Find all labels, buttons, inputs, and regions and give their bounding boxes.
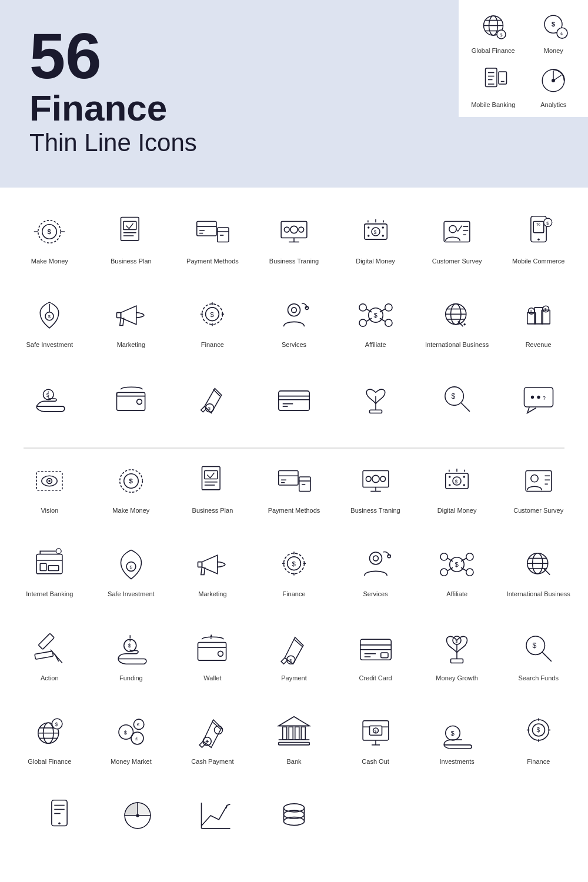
svg-text:$: $ [129, 478, 133, 485]
icon-revenue-1-label: Revenue [526, 340, 552, 349]
icon-money-market-label: Money Market [111, 757, 152, 766]
svg-text:$: $ [374, 729, 376, 733]
icon-affiliate-1-label: Affiliate [365, 340, 386, 349]
svg-text:$: $ [544, 308, 546, 312]
svg-text:$: $ [289, 659, 292, 663]
svg-rect-105 [116, 393, 145, 411]
svg-text:£: £ [135, 736, 138, 741]
icon-hand-coin: $ [12, 372, 88, 430]
svg-rect-66 [116, 313, 121, 318]
icon-money-market: $ £ € Money Market [93, 706, 169, 771]
svg-point-82 [359, 319, 366, 326]
icon-customer-survey-2-label: Customer Survey [513, 506, 563, 514]
icon-business-plan-2: Business Plan [175, 455, 250, 520]
svg-rect-241 [283, 727, 287, 740]
svg-point-83 [385, 319, 392, 326]
icons-section: $ Make Money Business Plan [0, 188, 588, 877]
svg-text:$: $ [373, 229, 376, 235]
svg-point-93 [464, 323, 466, 326]
icon-row-4: Vision $ Make Money Business Plan [12, 455, 576, 520]
icon-finance-2-label: Finance [282, 590, 305, 598]
preview-money-label: Money [544, 47, 563, 54]
icon-growth-bottom [180, 789, 252, 847]
icon-money-growth-label: Money Growth [436, 674, 478, 682]
svg-point-142 [372, 476, 379, 483]
svg-rect-36 [281, 221, 307, 238]
svg-rect-246 [279, 743, 310, 745]
svg-point-75 [292, 308, 297, 313]
icon-action-label: Action [41, 674, 59, 682]
svg-point-38 [284, 227, 289, 232]
svg-point-182 [440, 553, 447, 560]
svg-rect-244 [301, 727, 305, 740]
svg-point-185 [466, 569, 473, 576]
svg-text:$: $ [455, 562, 459, 569]
icon-customer-survey-2: Customer Survey [500, 455, 576, 520]
svg-point-81 [385, 304, 392, 311]
icon-vision-label: Vision [41, 506, 58, 514]
icon-services-1-label: Services [282, 340, 306, 349]
svg-rect-165 [49, 566, 59, 571]
svg-text:$: $ [124, 729, 128, 736]
svg-point-120 [531, 396, 534, 399]
svg-point-21 [552, 79, 555, 82]
icon-plant-growth [338, 372, 413, 430]
icon-affiliate-1: $ Affiliate [338, 289, 413, 355]
preview-mobile-banking-label: Mobile Banking [471, 101, 515, 108]
icon-customer-survey-1-label: Customer Survey [432, 257, 482, 265]
svg-point-184 [440, 569, 447, 576]
icon-mobile-bottom [24, 789, 96, 847]
icon-wallet-label: Wallet [203, 674, 221, 682]
svg-text:$: $ [451, 730, 455, 737]
svg-point-183 [466, 553, 473, 560]
svg-point-143 [366, 476, 371, 482]
preview-analytics-label: Analytics [540, 101, 566, 108]
svg-text:$: $ [456, 639, 458, 643]
svg-rect-138 [299, 477, 310, 492]
preview-mobile-banking: Mobile Banking [467, 63, 519, 108]
preview-global-finance-label: Global Finance [472, 47, 515, 54]
preview-icons-panel: $ Global Finance $ ¢ Money [459, 0, 588, 117]
icon-money-growth: $ Money Growth [419, 622, 495, 688]
icon-investments-label: Investments [439, 757, 474, 766]
icon-make-money-1-label: Make Money [31, 257, 68, 265]
icon-services-1: ... Services [256, 289, 332, 355]
svg-text:$: $ [48, 228, 52, 235]
svg-text:$: $ [211, 311, 215, 318]
svg-point-74 [288, 304, 300, 316]
icon-make-money-2-label: Make Money [112, 506, 149, 514]
icon-funding-label: Funding [119, 674, 143, 682]
svg-line-272 [226, 806, 228, 808]
icon-finance-1: $ Finance [175, 289, 250, 355]
icon-revenue-1: $ $ Revenue [500, 289, 576, 355]
svg-point-151 [463, 476, 466, 478]
icon-make-money-1: $ Make Money [12, 205, 88, 271]
svg-rect-157 [526, 471, 552, 492]
icon-make-money-2: $ Make Money [93, 455, 169, 520]
preview-analytics: Analytics [528, 63, 580, 108]
svg-rect-195 [38, 633, 54, 649]
icon-row-5: Internet Banking $ Safe Investment Marke… [12, 538, 576, 604]
icon-digital-money-1-label: Digital Money [356, 257, 395, 265]
svg-text:$: $ [208, 406, 211, 410]
icon-coins-bottom [258, 789, 330, 847]
svg-rect-110 [279, 391, 310, 410]
svg-point-53 [449, 225, 456, 232]
svg-text:$: $ [546, 220, 549, 225]
icon-intl-business-1-label: International Business [425, 340, 489, 349]
bottom-partial-row [12, 789, 576, 858]
icon-safe-investment-2-label: Safe Investment [108, 590, 155, 598]
icon-payment-methods-2-label: Payment Methods [268, 506, 320, 514]
svg-text:$: $ [373, 312, 377, 319]
icon-credit-card: Credit Card [338, 622, 413, 688]
svg-rect-196 [35, 651, 54, 659]
svg-text:$: $ [48, 314, 51, 319]
svg-rect-131 [205, 471, 218, 479]
svg-point-150 [449, 476, 451, 478]
svg-text:...: ... [305, 303, 309, 307]
svg-point-177 [369, 552, 382, 564]
icon-finance-2: $ Finance [256, 538, 332, 604]
preview-global-finance: $ Global Finance [467, 9, 519, 54]
icon-intl-business-2-label: International Business [507, 590, 570, 598]
section-divider-1 [24, 447, 564, 449]
